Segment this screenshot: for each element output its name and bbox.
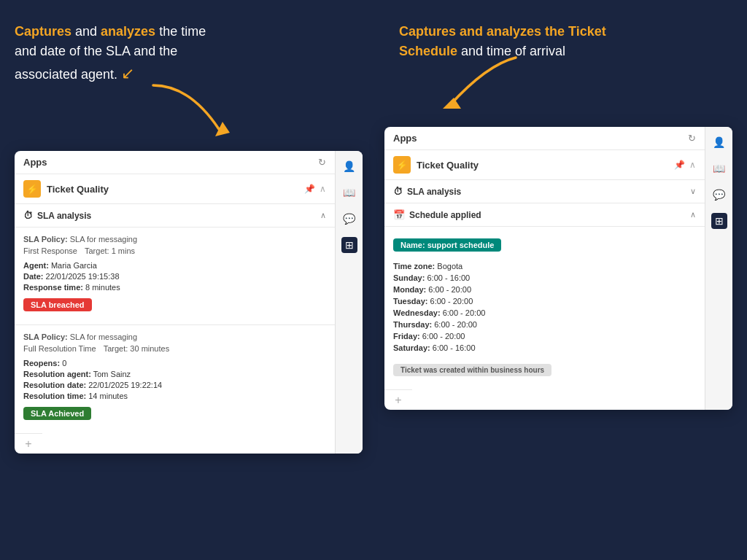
sla-agent-1: Agent: Maria Garcia (23, 261, 326, 270)
sla-res-agent: Resolution agent: Tom Sainz (23, 370, 326, 378)
right-app-sidebar: 👤 📖 💬 ⊞ (705, 127, 732, 410)
sla-policy-1: SLA Policy: SLA for messaging (23, 235, 326, 244)
sidebar-chat-icon-right[interactable]: 💬 (711, 187, 727, 203)
right-description-block: Captures and analyzes the TicketSchedule… (384, 22, 732, 61)
sidebar-user-icon-right[interactable]: 👤 (711, 134, 727, 150)
left-sla-entry-1: SLA Policy: SLA for messaging First Resp… (15, 228, 335, 325)
schedule-wednesday: Wednesday: 6:00 - 20:00 (393, 308, 696, 317)
refresh-icon-left[interactable]: ↻ (318, 157, 326, 168)
svg-marker-1 (443, 98, 461, 109)
schedule-saturday: Saturday: 6:00 - 16:00 (393, 343, 696, 352)
sla-badge-breached: SLA breached (23, 298, 92, 311)
right-schedule-header-left: 📅 Schedule applied (393, 209, 481, 220)
left-sla-section-header[interactable]: ⏱ SLA analysis ∧ (15, 204, 335, 228)
sidebar-user-icon-left[interactable]: 👤 (341, 158, 357, 174)
sla-res-time: Resolution time: 14 minutes (23, 392, 326, 400)
right-sla-header-left: ⏱ SLA analysis (393, 186, 461, 197)
sla-icon-right: ⏱ (393, 186, 403, 197)
right-plus-button[interactable]: + (384, 389, 412, 410)
business-hours-badge: Ticket was created within business hours (393, 364, 551, 376)
collapse-icon-left[interactable]: ∧ (320, 184, 326, 194)
left-plus-button[interactable]: + (15, 433, 42, 454)
left-tq-header: ⚡ Ticket Quality 📌 ∧ (15, 174, 335, 204)
left-sla-title: SLA analysis (37, 211, 91, 221)
schedule-timezone: Time zone: Bogota (393, 262, 696, 271)
right-app-header: Apps ↻ (384, 127, 705, 150)
schedule-monday: Monday: 6:00 - 20:00 (393, 285, 696, 294)
sla-date-1: Date: 22/01/2025 19:15:38 (23, 272, 326, 281)
right-arrow (428, 50, 523, 116)
right-schedule-section-header[interactable]: 📅 Schedule applied ∧ (384, 203, 705, 227)
sla-chevron-right: ∨ (690, 187, 696, 196)
sidebar-grid-icon-right[interactable]: ⊞ (711, 213, 727, 229)
schedule-chevron-right: ∧ (690, 210, 696, 219)
schedule-icon-right: 📅 (393, 209, 405, 220)
sla-response-time-1: Response time: 8 minutes (23, 283, 326, 292)
right-tq-icon: ⚡ (393, 156, 411, 174)
right-tq-actions: 📌 ∧ (674, 160, 696, 170)
left-app-window: Apps ↻ ⚡ Ticket Quality 📌 ∧ (15, 151, 363, 454)
right-tq-title: Ticket Quality (417, 160, 668, 171)
left-sla-entry-2: SLA Policy: SLA for messaging Full Resol… (15, 325, 335, 433)
sla-detail-2: Full Resolution Time Target: 30 minutes (23, 344, 326, 353)
left-annotation: Captures and analyzes the time and date … (15, 22, 363, 85)
right-section: Captures and analyzes the TicketSchedule… (384, 22, 732, 410)
sla-detail-1: First Response Target: 1 mins (23, 246, 326, 255)
sla-res-date: Resolution date: 22/01/2025 19:22:14 (23, 381, 326, 389)
right-tq-header: ⚡ Ticket Quality 📌 ∧ (384, 150, 705, 180)
sla-badge-achieved: SLA Achieved (23, 407, 91, 420)
left-app-header: Apps ↻ (15, 151, 335, 174)
right-schedule-content: Name: support schedule Time zone: Bogota… (384, 227, 705, 389)
right-app-window-wrapper: Apps ↻ ⚡ Ticket Quality 📌 ∧ (384, 127, 732, 410)
collapse-icon-right[interactable]: ∧ (689, 160, 696, 170)
schedule-name-badge: Name: support schedule (393, 238, 501, 252)
pin-icon-left[interactable]: 📌 (304, 184, 315, 194)
left-tq-actions: 📌 ∧ (304, 184, 326, 194)
schedule-sunday: Sunday: 6:00 - 16:00 (393, 273, 696, 282)
refresh-icon-right[interactable]: ↻ (688, 133, 696, 144)
sla-policy-2: SLA Policy: SLA for messaging (23, 332, 326, 341)
sidebar-book-icon-right[interactable]: 📖 (711, 160, 727, 176)
left-header-icons: ↻ (318, 157, 326, 168)
right-app-content: Apps ↻ ⚡ Ticket Quality 📌 ∧ (384, 127, 705, 410)
right-schedule-title: Schedule applied (409, 210, 481, 220)
schedule-thursday: Thursday: 6:00 - 20:00 (393, 320, 696, 329)
right-app-title: Apps (393, 133, 417, 144)
right-header-icons: ↻ (688, 133, 696, 144)
right-sla-section-header[interactable]: ⏱ SLA analysis ∨ (384, 180, 705, 203)
left-app-title: Apps (23, 157, 47, 168)
left-section: Captures and analyzes the time and date … (15, 22, 363, 454)
schedule-tuesday: Tuesday: 6:00 - 20:00 (393, 297, 696, 306)
right-sla-title: SLA analysis (407, 187, 461, 197)
sidebar-chat-icon-left[interactable]: 💬 (341, 211, 357, 227)
left-tq-title: Ticket Quality (47, 184, 298, 195)
left-description-block: Captures and analyzes the time and date … (15, 22, 363, 85)
left-app-sidebar: 👤 📖 💬 ⊞ (335, 151, 363, 454)
right-app-window: Apps ↻ ⚡ Ticket Quality 📌 ∧ (384, 127, 732, 410)
left-app-content: Apps ↻ ⚡ Ticket Quality 📌 ∧ (15, 151, 335, 454)
sla-reopens: Reopens: 0 (23, 359, 326, 368)
left-tq-icon: ⚡ (23, 180, 41, 198)
pin-icon-right[interactable]: 📌 (674, 160, 685, 170)
sla-icon-left: ⏱ (23, 210, 33, 221)
schedule-friday: Friday: 6:00 - 20:00 (393, 332, 696, 341)
sidebar-grid-icon-left[interactable]: ⊞ (341, 237, 357, 253)
left-arrow (146, 78, 233, 136)
left-app-window-wrapper: Apps ↻ ⚡ Ticket Quality 📌 ∧ (15, 151, 363, 454)
sidebar-book-icon-left[interactable]: 📖 (341, 184, 357, 201)
left-sla-header-left: ⏱ SLA analysis (23, 210, 91, 221)
sla-chevron-left: ∧ (320, 211, 326, 220)
